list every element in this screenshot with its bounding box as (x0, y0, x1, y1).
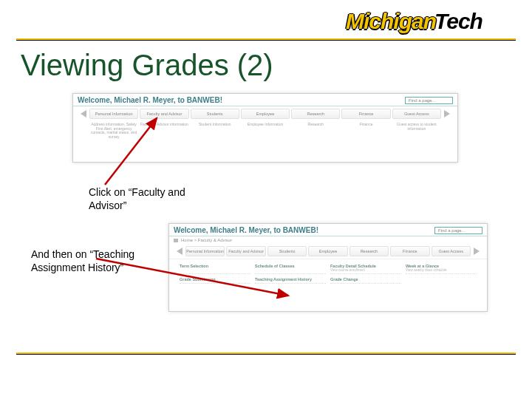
welcome-text: Welcome, Michael R. Meyer, to BANWEB! (174, 226, 318, 234)
slide: MichiganTech Viewing Grades (2) Welcome,… (0, 0, 532, 399)
annotation-1: Click on “Faculty and Advisor” (89, 186, 214, 212)
tab-finance[interactable]: Finance (341, 109, 390, 119)
breadcrumb: Home > Faculty & Advisor (169, 236, 487, 244)
tab-subtext: Employee Information (241, 123, 290, 139)
scroll-right-icon[interactable] (474, 248, 480, 255)
tab-finance[interactable]: Finance (390, 246, 429, 256)
scroll-right-icon[interactable] (444, 110, 450, 117)
logo-tech: Tech (434, 9, 482, 34)
link-week-at-glance[interactable]: Week at a GlanceView weekly class schedu… (406, 262, 477, 274)
breadcrumb-text: Home > Faculty & Advisor (181, 238, 232, 242)
scroll-left-icon[interactable] (81, 110, 86, 117)
tab-guest-access[interactable]: Guest Access (432, 246, 471, 256)
tab-subtext: Research (291, 123, 340, 139)
logo: MichiganTech (346, 9, 516, 35)
svg-line-0 (105, 118, 157, 185)
home-icon[interactable] (174, 239, 178, 242)
tab-subtext: Finance (341, 123, 390, 139)
logo-michigan: Michigan (346, 9, 436, 34)
tab-research[interactable]: Research (349, 246, 389, 256)
tab-students[interactable]: Students (191, 109, 239, 119)
welcome-text: Welcome, Michael R. Meyer, to BANWEB! (78, 96, 222, 104)
callout-arrow-1 (96, 111, 170, 192)
tab-subtext: Guest access to student information (392, 123, 441, 139)
link-faculty-detail-schedule[interactable]: Faculty Detail ScheduleView course enrol… (330, 262, 401, 274)
annotation-2: And then on “Teaching Assignment History… (31, 248, 164, 274)
find-page-input[interactable]: Find a page... (405, 97, 453, 104)
divider-bottom (16, 352, 516, 355)
tab-subtext: Student Information (191, 123, 239, 139)
tab-guest-access[interactable]: Guest Access (392, 109, 441, 119)
find-page-input[interactable]: Find a page... (434, 227, 482, 234)
welcome-bar: Welcome, Michael R. Meyer, to BANWEB! Fi… (169, 224, 487, 236)
link-grade-change[interactable]: Grade Change (330, 276, 401, 284)
link-empty (406, 276, 477, 284)
welcome-bar: Welcome, Michael R. Meyer, to BANWEB! Fi… (73, 94, 457, 106)
divider-top (16, 38, 516, 41)
tab-research[interactable]: Research (291, 109, 340, 119)
page-title: Viewing Grades (2) (21, 49, 273, 82)
tab-employee[interactable]: Employee (308, 246, 347, 256)
tab-employee[interactable]: Employee (241, 109, 290, 119)
